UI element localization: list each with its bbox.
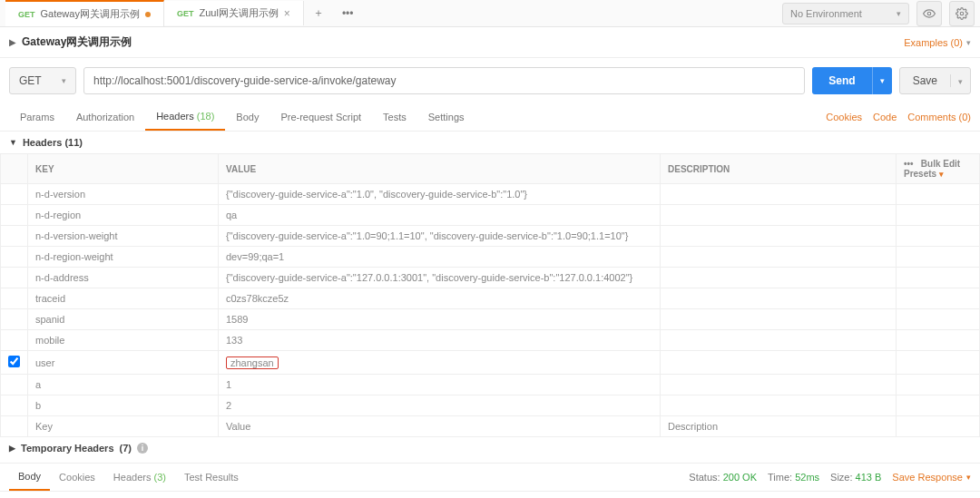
body-view-tabs: Pretty Raw Preview VisualizeBETA Text ▾ … bbox=[0, 492, 980, 498]
header-value-cell[interactable]: {"discovery-guide-service-a":"127.0.0.1:… bbox=[219, 268, 661, 288]
header-desc-cell[interactable] bbox=[661, 226, 897, 247]
header-key-cell[interactable]: user bbox=[28, 351, 219, 375]
header-desc-placeholder[interactable]: Description bbox=[661, 416, 897, 437]
svg-point-0 bbox=[927, 12, 931, 15]
tab-body[interactable]: Body bbox=[225, 104, 270, 130]
collapse-caret-icon[interactable]: ▶ bbox=[9, 37, 16, 47]
temporary-headers-toggle[interactable]: ▶ Temporary Headers (7) i bbox=[0, 437, 980, 459]
url-input[interactable]: http://localhost:5001/discovery-guide-se… bbox=[83, 67, 805, 94]
time-info: Time: 52ms bbox=[768, 472, 819, 483]
header-desc-cell[interactable] bbox=[661, 288, 897, 309]
header-desc-cell[interactable] bbox=[661, 184, 897, 205]
tab-method: GET bbox=[18, 10, 35, 19]
close-icon[interactable]: × bbox=[284, 7, 290, 20]
send-button[interactable]: Send ▾ bbox=[812, 67, 891, 94]
table-row[interactable]: b2 bbox=[1, 395, 980, 416]
header-value-cell[interactable]: 2 bbox=[219, 395, 661, 416]
table-row[interactable]: n-d-region-weightdev=99;qa=1 bbox=[1, 247, 980, 268]
tab-authorization[interactable]: Authorization bbox=[65, 104, 145, 130]
examples-link[interactable]: Examples (0) ▾ bbox=[904, 37, 971, 48]
eye-icon bbox=[923, 7, 936, 20]
table-row[interactable]: n-d-regionqa bbox=[1, 205, 980, 226]
resp-tab-testresults[interactable]: Test Results bbox=[175, 464, 248, 490]
header-desc-cell[interactable] bbox=[661, 247, 897, 268]
code-link[interactable]: Code bbox=[873, 112, 897, 122]
comments-link[interactable]: Comments (0) bbox=[907, 112, 971, 122]
resp-tab-body[interactable]: Body bbox=[9, 464, 50, 491]
column-value: VALUE bbox=[219, 154, 661, 184]
table-row-placeholder[interactable]: KeyValueDescription bbox=[1, 416, 980, 437]
top-tab-bar: GET Gateway网关调用示例 GET Zuul网关调用示例 × ＋ •••… bbox=[0, 0, 980, 27]
info-icon[interactable]: i bbox=[137, 443, 148, 454]
tab-params[interactable]: Params bbox=[9, 104, 65, 130]
save-dropdown[interactable]: ▾ bbox=[950, 74, 970, 87]
header-key-cell[interactable]: b bbox=[28, 395, 219, 416]
header-key-cell[interactable]: n-d-region-weight bbox=[28, 247, 219, 268]
more-icon[interactable]: ••• bbox=[904, 159, 914, 169]
header-value-cell[interactable]: {"discovery-guide-service-a":"1.0=90;1.1… bbox=[219, 226, 661, 247]
env-quicklook-button[interactable] bbox=[916, 1, 942, 26]
header-value-cell[interactable]: qa bbox=[219, 205, 661, 226]
cookies-link[interactable]: Cookies bbox=[826, 112, 862, 122]
bulk-edit-link[interactable]: Bulk Edit bbox=[921, 159, 960, 169]
header-value-cell[interactable]: c0zs78kcze5z bbox=[219, 288, 661, 309]
header-desc-cell[interactable] bbox=[661, 309, 897, 330]
save-response-link[interactable]: Save Response ▾ bbox=[892, 472, 971, 483]
tab-tests[interactable]: Tests bbox=[372, 104, 417, 130]
header-key-cell[interactable]: n-d-region bbox=[28, 205, 219, 226]
tab-prerequest[interactable]: Pre-request Script bbox=[270, 104, 372, 130]
svg-point-1 bbox=[960, 12, 964, 15]
header-key-cell[interactable]: traceid bbox=[28, 288, 219, 309]
header-value-placeholder[interactable]: Value bbox=[219, 416, 661, 437]
tab-settings[interactable]: Settings bbox=[417, 104, 475, 130]
resp-tab-cookies[interactable]: Cookies bbox=[50, 464, 104, 490]
resp-tab-headers[interactable]: Headers (3) bbox=[104, 464, 175, 490]
table-row[interactable]: spanid1589 bbox=[1, 309, 980, 330]
headers-table: KEY VALUE DESCRIPTION ••• Bulk Edit Pres… bbox=[0, 153, 980, 437]
header-key-cell[interactable]: n-d-version-weight bbox=[28, 226, 219, 247]
add-tab-button[interactable]: ＋ bbox=[304, 2, 333, 24]
response-tabs: Body Cookies Headers (3) Test Results St… bbox=[0, 463, 980, 492]
header-desc-cell[interactable] bbox=[661, 351, 897, 375]
header-value-cell[interactable]: 1 bbox=[219, 375, 661, 395]
header-desc-cell[interactable] bbox=[661, 395, 897, 416]
presets-link[interactable]: Presets ▾ bbox=[904, 169, 944, 179]
save-button[interactable]: Save ▾ bbox=[899, 67, 971, 94]
table-row[interactable]: n-d-version-weight{"discovery-guide-serv… bbox=[1, 226, 980, 247]
header-key-cell[interactable]: a bbox=[28, 375, 219, 395]
header-value-cell[interactable]: 1589 bbox=[219, 309, 661, 330]
row-checkbox[interactable] bbox=[8, 356, 20, 367]
table-row[interactable]: a1 bbox=[1, 375, 980, 395]
method-select[interactable]: GET ▾ bbox=[9, 67, 76, 94]
table-row[interactable]: n-d-address{"discovery-guide-service-a":… bbox=[1, 268, 980, 288]
environment-select[interactable]: No Environment ▾ bbox=[782, 3, 909, 24]
header-desc-cell[interactable] bbox=[661, 205, 897, 226]
column-checkbox bbox=[1, 154, 28, 184]
request-title-bar: ▶ Gateway网关调用示例 Examples (0) ▾ bbox=[0, 27, 980, 58]
header-desc-cell[interactable] bbox=[661, 330, 897, 351]
headers-section-title[interactable]: ▼ Headers (11) bbox=[0, 132, 980, 153]
table-row[interactable]: n-d-version{"discovery-guide-service-a":… bbox=[1, 184, 980, 205]
header-key-placeholder[interactable]: Key bbox=[28, 416, 219, 437]
tab-headers[interactable]: Headers (18) bbox=[145, 103, 225, 131]
header-value-cell[interactable]: zhangsan bbox=[219, 351, 661, 375]
dirty-indicator bbox=[145, 12, 151, 17]
header-value-cell[interactable]: 133 bbox=[219, 330, 661, 351]
send-dropdown[interactable]: ▾ bbox=[872, 67, 892, 94]
table-row[interactable]: mobile133 bbox=[1, 330, 980, 351]
header-key-cell[interactable]: n-d-address bbox=[28, 268, 219, 288]
settings-button[interactable] bbox=[949, 1, 975, 26]
header-value-cell[interactable]: {"discovery-guide-service-a":"1.0", "dis… bbox=[219, 184, 661, 205]
header-key-cell[interactable]: mobile bbox=[28, 330, 219, 351]
table-row[interactable]: traceidc0zs78kcze5z bbox=[1, 288, 980, 309]
size-info: Size: 413 B bbox=[830, 472, 881, 483]
header-desc-cell[interactable] bbox=[661, 268, 897, 288]
header-key-cell[interactable]: spanid bbox=[28, 309, 219, 330]
tab-zuul[interactable]: GET Zuul网关调用示例 × bbox=[164, 1, 304, 25]
table-row[interactable]: userzhangsan bbox=[1, 351, 980, 375]
tab-overflow-button[interactable]: ••• bbox=[333, 4, 363, 24]
header-desc-cell[interactable] bbox=[661, 375, 897, 395]
tab-gateway[interactable]: GET Gateway网关调用示例 bbox=[5, 0, 164, 26]
header-value-cell[interactable]: dev=99;qa=1 bbox=[219, 247, 661, 268]
header-key-cell[interactable]: n-d-version bbox=[28, 184, 219, 205]
